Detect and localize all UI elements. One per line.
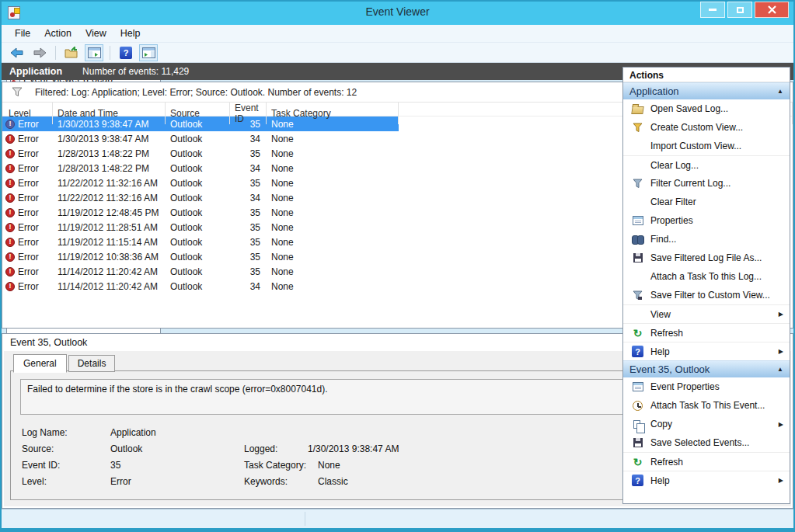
events-count: Number of events: 11,429 [82,66,189,77]
tab-details[interactable]: Details [68,355,116,372]
action-clear-log[interactable]: Clear Log... [623,155,790,174]
menu-view[interactable]: View [78,26,113,41]
event-viewer-window: Event Viewer File Action View Help [0,0,795,532]
close-icon [768,5,776,14]
submenu-arrow-icon: ▶ [779,477,790,484]
task-category-label: Task Category: [244,460,306,471]
error-icon: ! [5,208,15,217]
error-icon: ! [5,282,15,291]
action-refresh-event[interactable]: ↻ Refresh [623,452,790,471]
keywords-value: Classic [318,476,348,487]
collapse-section-icon[interactable]: ▲ [777,366,783,373]
funnel-save-icon [633,290,643,301]
help-icon: ? [632,346,643,357]
menubar: File Action View Help [2,25,793,43]
action-copy[interactable]: Copy ▶ [623,415,790,433]
action-help[interactable]: ? Help ▶ [623,342,790,360]
log-title: Application [9,66,62,77]
level-label: Level: [22,476,47,487]
refresh-icon: ↻ [633,457,643,468]
binoculars-icon [632,235,644,244]
toolbar-separator [55,46,56,60]
minimize-button[interactable] [700,2,725,18]
error-icon: ! [5,120,15,129]
action-save-filter-to-custom-view[interactable]: Save Filter to Custom View... [623,286,790,304]
window-title: Event Viewer [2,5,793,18]
preview-tabs: General Details [13,353,115,372]
action-filter-current-log[interactable]: Filter Current Log... [623,174,790,193]
event-id-value: 35 [110,460,120,471]
filter-funnel-icon [12,87,23,97]
error-icon: ! [5,149,15,158]
properties-icon [633,382,643,391]
error-icon: ! [5,238,15,247]
funnel-icon [633,179,643,189]
action-open-saved-log[interactable]: Open Saved Log... [623,99,790,118]
forward-icon [33,47,47,58]
action-save-selected-events[interactable]: Save Selected Events... [623,433,790,452]
show-action-pane-button[interactable] [139,44,158,61]
action-pane-icon [142,47,155,58]
action-clear-filter[interactable]: Clear Filter [623,193,790,211]
action-view[interactable]: View ▶ [623,304,790,323]
menu-action[interactable]: Action [37,26,78,41]
minimize-icon [709,9,717,11]
submenu-arrow-icon: ▶ [779,311,790,318]
status-bar [2,509,793,528]
copy-icon [633,420,640,429]
error-icon: ! [5,267,15,276]
submenu-arrow-icon: ▶ [779,421,790,428]
actions-section-event[interactable]: Event 35, Outlook ▲ [623,360,790,377]
funnel-icon [633,123,643,133]
forward-button[interactable] [30,44,49,61]
log-name-value: Application [110,427,156,438]
logged-value: 1/30/2013 9:38:47 AM [308,443,399,454]
actions-section-application[interactable]: Application ▲ [623,82,790,99]
help-icon: ? [120,47,132,59]
action-properties[interactable]: Properties [623,211,790,230]
source-label: Source: [22,443,54,454]
toolbar-separator [110,46,110,60]
event-id-label: Event ID: [22,460,60,471]
error-icon: ! [5,252,15,262]
refresh-icon: ↻ [633,328,643,339]
open-folder-icon [631,106,643,114]
error-icon: ! [5,134,15,144]
menu-file[interactable]: File [8,26,37,41]
action-attach-task-to-event[interactable]: Attach Task To This Event... [623,396,790,415]
tab-general[interactable]: General [13,354,67,373]
error-icon: ! [5,179,15,188]
action-find[interactable]: Find... [623,230,790,249]
open-saved-log-icon [65,47,78,58]
submenu-arrow-icon: ▶ [779,348,790,355]
actions-pane: Actions Application ▲ Open Saved Log... … [622,67,790,504]
action-refresh[interactable]: ↻ Refresh [623,323,790,342]
collapse-section-icon[interactable]: ▲ [777,88,783,95]
menu-help[interactable]: Help [113,26,148,41]
toolbar: ? [2,43,793,63]
action-help-event[interactable]: ? Help ▶ [623,471,790,489]
maximize-button[interactable] [727,2,752,18]
error-icon: ! [5,164,15,173]
action-create-custom-view[interactable]: Create Custom View... [623,118,790,137]
workspace: Event Viewer (Local) ▷ Custom Views ◢ Wi… [2,63,793,509]
show-console-tree-button[interactable] [85,44,103,61]
logged-label: Logged: [244,443,277,454]
export-log-button[interactable] [62,44,81,61]
help-icon: ? [632,475,643,486]
actions-pane-title: Actions [623,68,790,82]
action-event-properties[interactable]: Event Properties [623,377,790,396]
action-attach-task-to-log[interactable]: Attach a Task To this Log... [623,267,790,286]
save-icon [633,253,643,263]
titlebar: Event Viewer [2,2,793,25]
properties-icon [633,216,643,225]
log-name-label: Log Name: [22,427,68,438]
close-button[interactable] [755,2,789,18]
action-import-custom-view[interactable]: Import Custom View... [623,137,790,155]
keywords-label: Keywords: [244,476,288,487]
help-button[interactable]: ? [117,44,135,61]
action-save-filtered-log[interactable]: Save Filtered Log File As... [623,249,790,267]
back-icon [10,47,24,58]
task-clock-icon [633,401,643,411]
back-button[interactable] [8,44,26,61]
